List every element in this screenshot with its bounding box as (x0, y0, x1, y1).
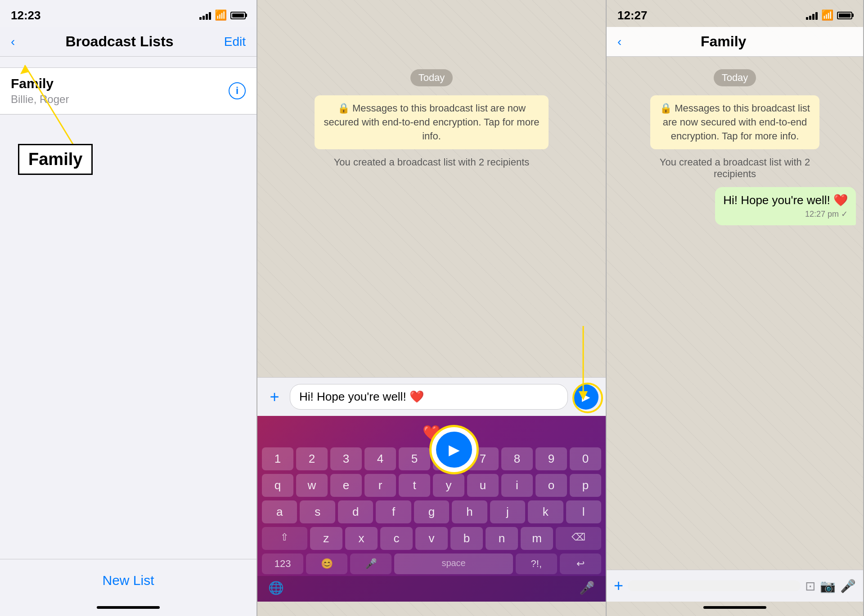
attachment-button-2[interactable]: + (265, 388, 284, 406)
panel-chat-sent: 12:27 📶 ‹ Family Today (607, 0, 864, 616)
key-4[interactable]: 4 (364, 447, 396, 470)
key-space[interactable]: space (394, 554, 513, 574)
sent-text-3: Hi! Hope you're well! ❤️ (723, 193, 848, 207)
battery-icon-3 (837, 12, 852, 19)
broadcast-list-section: Family Billie, Roger i (0, 67, 256, 115)
nav-bar-1: ‹ Broadcast Lists Edit (0, 27, 256, 57)
wifi-icon-3: 📶 (821, 9, 833, 21)
key-8[interactable]: 8 (501, 447, 533, 470)
key-b[interactable]: b (450, 527, 483, 550)
nav-title-1: Broadcast Lists (66, 33, 174, 50)
mic-icon-3[interactable]: 🎤 (840, 579, 856, 594)
input-bar-2: + Hi! Hope you're well! ❤️ ▶ (257, 377, 606, 416)
sent-message-3: Hi! Hope you're well! ❤️ 12:27 pm ✓ (715, 187, 856, 225)
keyboard-2[interactable]: ▶ ❤️ 1 2 3 4 5 6 7 8 9 0 (257, 416, 606, 602)
encryption-message-2: Messages to this broadcast list are now … (315, 95, 548, 149)
message-input-2[interactable]: Hi! Hope you're well! ❤️ (290, 384, 568, 410)
info-icon-1[interactable]: i (229, 82, 246, 99)
nav-title-3: Family (701, 33, 746, 50)
keyboard-mic-icon-2[interactable]: 🎤 (579, 580, 595, 595)
key-f[interactable]: f (376, 500, 411, 523)
keyboard-row-qwerty[interactable]: q w e r t y u i o p (257, 472, 606, 499)
key-0[interactable]: 0 (570, 447, 601, 470)
key-s[interactable]: s (300, 500, 335, 523)
key-t[interactable]: t (399, 474, 430, 497)
attachment-button-3[interactable]: + (614, 576, 623, 595)
key-i[interactable]: i (501, 474, 533, 497)
key-v[interactable]: v (415, 527, 448, 550)
signal-icon-3 (806, 11, 818, 20)
globe-icon-2[interactable]: 🌐 (268, 580, 284, 595)
recipients-message-3: You created a broadcast list with 2 reci… (638, 155, 832, 182)
key-o[interactable]: o (536, 474, 567, 497)
camera-icon-3[interactable]: 📷 (820, 579, 836, 594)
home-indicator-1 (0, 602, 256, 616)
sent-meta-3: 12:27 pm ✓ (723, 209, 848, 219)
key-k[interactable]: k (528, 500, 563, 523)
status-icons-3: 📶 (806, 9, 852, 21)
key-q[interactable]: q (262, 474, 293, 497)
family-list-item[interactable]: Family Billie, Roger i (0, 68, 256, 114)
keyboard-row-zxcv[interactable]: ⇧ z x c v b n m ⌫ (257, 525, 606, 552)
key-l[interactable]: l (566, 500, 601, 523)
key-w[interactable]: w (296, 474, 328, 497)
recipients-message-2: You created a broadcast list with 2 reci… (328, 155, 535, 170)
battery-icon-1 (230, 12, 246, 19)
panel-broadcast-lists: 12:23 📶 ‹ Broadcast Lists Edit (0, 0, 257, 616)
key-c[interactable]: c (380, 527, 413, 550)
key-shift[interactable]: ⇧ (262, 527, 307, 550)
keyboard-bottom-bar-2: 🌐 🎤 (257, 576, 606, 602)
key-1[interactable]: 1 (262, 447, 293, 470)
key-a[interactable]: a (262, 500, 297, 523)
chat-messages-2: Today Messages to this broadcast list ar… (257, 57, 606, 377)
keyboard-send-icon-2: ▶ (449, 441, 460, 458)
status-bar-1: 12:23 📶 (0, 0, 256, 27)
keyboard-row-bottom[interactable]: 123 😊 🎤 space ?!, ↩ (257, 552, 606, 576)
key-e[interactable]: e (330, 474, 362, 497)
key-u[interactable]: u (467, 474, 499, 497)
key-p[interactable]: p (570, 474, 601, 497)
send-button-2[interactable]: ▶ (573, 384, 598, 410)
encryption-message-3: Messages to this broadcast list are now … (650, 95, 820, 149)
family-list-info: Family Billie, Roger (11, 76, 69, 106)
new-list-button[interactable]: New List (0, 559, 256, 602)
status-time-3: 12:27 (617, 9, 648, 22)
key-3[interactable]: 3 (330, 447, 362, 470)
date-badge-3: Today (714, 69, 756, 86)
keyboard-send-overlay-2: ▶ (429, 425, 479, 474)
key-5[interactable]: 5 (399, 447, 430, 470)
key-123[interactable]: 123 (262, 554, 303, 574)
camera-flip-icon-3[interactable]: ⊡ (805, 579, 815, 594)
key-r[interactable]: r (364, 474, 396, 497)
key-m[interactable]: m (521, 527, 553, 550)
key-z[interactable]: z (310, 527, 342, 550)
key-emoji[interactable]: 😊 (306, 554, 347, 574)
edit-button-1[interactable]: Edit (224, 35, 246, 49)
send-icon-2: ▶ (582, 391, 590, 403)
key-mic[interactable]: 🎤 (350, 554, 392, 574)
key-x[interactable]: x (345, 527, 378, 550)
back-button-3[interactable]: ‹ (617, 35, 621, 49)
keyboard-send-inner-2: ▶ (436, 432, 472, 468)
key-h[interactable]: h (452, 500, 487, 523)
key-g[interactable]: g (414, 500, 449, 523)
key-y[interactable]: y (433, 474, 464, 497)
keyboard-row-asdf[interactable]: a s d f g h j k l (257, 499, 606, 525)
wifi-icon-1: 📶 (215, 9, 227, 21)
date-badge-2: Today (410, 69, 453, 86)
back-button-1[interactable]: ‹ (11, 35, 15, 49)
message-input-3[interactable] (628, 580, 801, 591)
key-2[interactable]: 2 (296, 447, 328, 470)
key-d[interactable]: d (338, 500, 373, 523)
nav-bar-3: ‹ Family (607, 27, 863, 57)
key-n[interactable]: n (486, 527, 518, 550)
signal-icon-1 (199, 11, 211, 20)
keyboard-container-2: ▶ ❤️ 1 2 3 4 5 6 7 8 9 0 (257, 416, 606, 602)
key-delete[interactable]: ⌫ (556, 527, 601, 550)
input-bar-3: + ⊡ 📷 🎤 (607, 570, 863, 602)
key-return[interactable]: ↩ (560, 554, 601, 574)
key-9[interactable]: 9 (536, 447, 567, 470)
key-j[interactable]: j (490, 500, 525, 523)
status-time-1: 12:23 (11, 9, 41, 22)
key-punctuation[interactable]: ?!, (516, 554, 557, 574)
